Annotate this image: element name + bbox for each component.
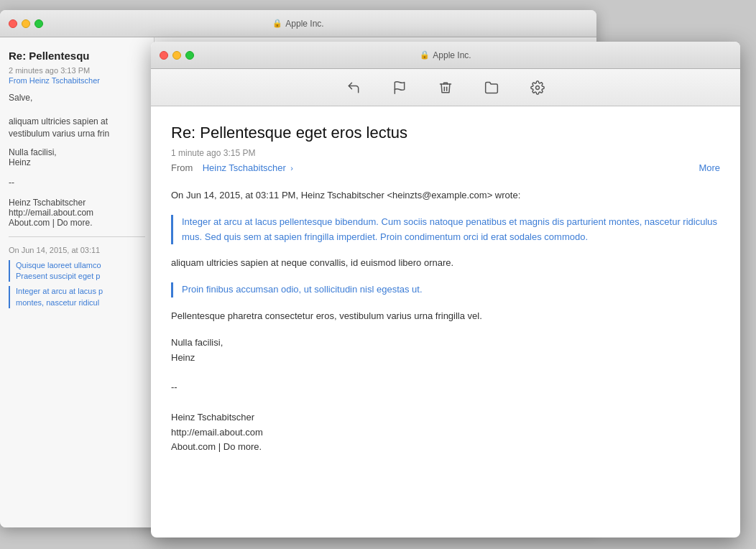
from-chevron-icon[interactable]: ›: [290, 164, 293, 172]
email-from-row: From Heinz Tschabitscher › More: [171, 161, 720, 174]
flag-icon: [392, 80, 407, 95]
settings-button[interactable]: [526, 76, 549, 99]
bg-titlebar: 🔒 Apple Inc.: [0, 10, 596, 37]
sig-full-name: Heinz Tschabitscher: [171, 410, 720, 425]
bg-email-sig: Nulla facilisi, Heinz -- Heinz Tschabits…: [9, 147, 145, 228]
blockquote-2-text: Proin finibus accumsan odio, ut sollicit…: [182, 282, 720, 297]
fg-window-controls: [160, 51, 194, 60]
fg-lock-icon: 🔒: [420, 50, 430, 60]
flag-button[interactable]: [388, 76, 411, 99]
folder-icon: [484, 80, 499, 95]
email-intro: On Jun 14, 2015, at 03:11 PM, Heinz Tsch…: [171, 188, 720, 203]
from-name[interactable]: Heinz Tschabitscher: [203, 162, 286, 173]
sig-separator: --: [171, 380, 720, 395]
more-button[interactable]: More: [699, 162, 720, 173]
bg-quoted-header: On Jun 14, 2015, at 03:11: [9, 246, 145, 254]
reply-button[interactable]: [342, 76, 365, 99]
reply-icon: [346, 80, 361, 95]
trash-icon: [438, 80, 453, 95]
bg-email-subject: Re: Pellentesqu: [9, 49, 145, 63]
bg-blockquote2: Integer at arcu at lacus p montes, nasce…: [9, 286, 145, 308]
bg-close-button[interactable]: [9, 19, 17, 28]
bg-divider: [9, 236, 145, 237]
sig-website: http://email.about.com: [171, 425, 720, 440]
sig-farewell: Nulla facilisi,: [171, 336, 720, 351]
fg-close-button[interactable]: [160, 51, 168, 60]
email-date: 1 minute ago 3:15 PM: [171, 148, 720, 158]
lock-icon: 🔒: [272, 19, 282, 28]
email-content: Re: Pellentesque eget eros lectus 1 minu…: [151, 106, 740, 538]
fg-titlebar: 🔒 Apple Inc.: [151, 42, 740, 69]
bg-window-controls: [9, 19, 43, 28]
bg-email-list: Re: Pellentesqu 2 minutes ago 3:13 PM Fr…: [0, 37, 155, 527]
folder-button[interactable]: [480, 76, 503, 99]
toolbar: [151, 69, 740, 106]
email-signature: Nulla facilisi, Heinz -- Heinz Tschabits…: [171, 336, 720, 455]
fg-window-title: 🔒 Apple Inc.: [420, 50, 471, 60]
bg-email-from: From Heinz Tschabitscher: [9, 76, 145, 85]
trash-button[interactable]: [434, 76, 457, 99]
bg-email-body1: Salve, aliquam ultricies sapien at vesti…: [9, 92, 145, 140]
foreground-window: 🔒 Apple Inc.: [151, 42, 740, 538]
bg-window-title: 🔒 Apple Inc.: [272, 19, 323, 29]
gear-icon: [530, 80, 545, 95]
bg-minimize-button[interactable]: [22, 19, 30, 28]
svg-point-1: [536, 86, 540, 89]
blockquote-1-text: Integer at arcu at lacus pellentesque bi…: [182, 215, 720, 245]
blockquote-1: Integer at arcu at lacus pellentesque bi…: [171, 215, 720, 245]
fg-minimize-button[interactable]: [172, 51, 181, 60]
sig-name: Heinz: [171, 351, 720, 366]
email-body2: Pellentesque pharetra consectetur eros, …: [171, 309, 720, 324]
fg-maximize-button[interactable]: [185, 51, 194, 60]
email-from: From Heinz Tschabitscher ›: [171, 161, 293, 174]
bg-maximize-button[interactable]: [34, 19, 43, 28]
sig-company: About.com | Do more.: [171, 440, 720, 455]
bg-blockquote1: Quisque laoreet ullamco Praesent suscipi…: [9, 260, 145, 282]
email-subject: Re: Pellentesque eget eros lectus: [171, 124, 720, 142]
blockquote-2: Proin finibus accumsan odio, ut sollicit…: [171, 282, 720, 297]
bg-email-meta: 2 minutes ago 3:13 PM: [9, 66, 145, 75]
email-body1: aliquam ultricies sapien at neque conval…: [171, 256, 720, 271]
